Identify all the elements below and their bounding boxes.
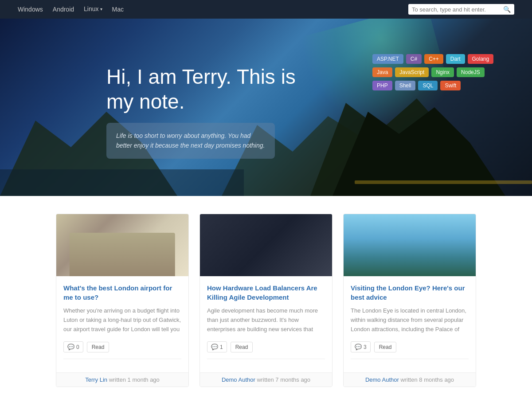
articles-grid: What's the best London airport for me to…	[53, 214, 479, 387]
article-footer: Demo Author written 8 months ago	[344, 372, 476, 387]
article-excerpt: The London Eye is located in central Lon…	[351, 306, 469, 335]
article-time: written 1 month ago	[107, 376, 160, 383]
hero-title: Hi, I am Terry. This is my note.	[106, 65, 297, 113]
tag-nginx[interactable]: Nginx	[431, 67, 454, 77]
tag-dart[interactable]: Dart	[446, 54, 465, 64]
comment-count: 0	[76, 344, 79, 350]
articles-section: What's the best London airport for me to…	[0, 196, 532, 399]
article-author-link[interactable]: Demo Author	[365, 376, 399, 383]
article-card: Visiting the London Eye? Here's our best…	[343, 214, 476, 387]
hero-quote: Life is too short to worry about anythin…	[106, 123, 275, 159]
search-icon: 🔍	[503, 6, 511, 13]
comment-count: 1	[220, 344, 223, 350]
article-image-0	[56, 214, 188, 276]
comment-icon: 💬	[211, 344, 218, 350]
svg-rect-4	[0, 169, 244, 196]
read-button[interactable]: Read	[231, 342, 253, 352]
comment-button[interactable]: 💬3	[351, 341, 371, 352]
read-button[interactable]: Read	[374, 342, 397, 352]
tag-swift[interactable]: Swift	[440, 81, 461, 90]
search-box[interactable]: 🔍	[408, 4, 514, 15]
nav-mac[interactable]: Mac	[112, 6, 124, 13]
article-time: written 7 months ago	[255, 376, 310, 383]
article-author-link[interactable]: Terry Lin	[85, 376, 107, 383]
navbar: Windows Android Linux ▾ Mac 🔍	[0, 0, 532, 19]
article-image-2	[344, 214, 476, 276]
article-excerpt: Agile development has become much more t…	[207, 306, 325, 335]
read-button[interactable]: Read	[87, 342, 110, 352]
tag-php[interactable]: PHP	[372, 81, 392, 90]
comment-button[interactable]: 💬1	[207, 341, 227, 352]
tags-area: ASP.NETC#C++DartGolangJavaJavaScriptNgin…	[372, 54, 505, 90]
article-author-link[interactable]: Demo Author	[222, 376, 255, 383]
nav-links: Windows Android Linux ▾ Mac	[18, 5, 408, 13]
nav-linux-dropdown[interactable]: Linux ▾	[84, 5, 102, 12]
article-footer: Demo Author written 7 months ago	[200, 372, 332, 387]
tag-javascript[interactable]: JavaScript	[395, 67, 429, 77]
tag-c-[interactable]: C#	[406, 54, 422, 64]
tag-c--[interactable]: C++	[424, 54, 443, 64]
tag-golang[interactable]: Golang	[468, 54, 494, 64]
tag-sql[interactable]: SQL	[418, 81, 438, 90]
article-card: How Hardware Load Balancers Are Killing …	[200, 214, 332, 387]
comment-icon: 💬	[67, 344, 74, 350]
article-footer: Terry Lin written 1 month ago	[56, 372, 188, 387]
hero-content: Hi, I am Terry. This is my note. Life is…	[0, 56, 297, 158]
comment-count: 3	[364, 344, 367, 350]
article-time: written 8 months ago	[399, 376, 454, 383]
tag-asp-net[interactable]: ASP.NET	[372, 54, 403, 64]
tag-nodejs[interactable]: NodeJS	[457, 67, 485, 77]
tag-java[interactable]: Java	[372, 67, 392, 77]
comment-icon: 💬	[355, 344, 362, 350]
comment-button[interactable]: 💬0	[63, 341, 83, 352]
nav-windows[interactable]: Windows	[18, 6, 43, 13]
article-title-link[interactable]: Visiting the London Eye? Here's our best…	[351, 284, 465, 301]
article-title-link[interactable]: What's the best London airport for me to…	[63, 284, 172, 301]
dropdown-arrow-icon: ▾	[100, 7, 102, 12]
article-excerpt: Whether you're arriving on a budget flig…	[63, 306, 181, 335]
nav-android[interactable]: Android	[53, 6, 74, 13]
svg-rect-5	[355, 180, 532, 184]
article-title-link[interactable]: How Hardware Load Balancers Are Killing …	[207, 284, 317, 301]
article-card: What's the best London airport for me to…	[56, 214, 189, 387]
article-image-1	[200, 214, 332, 276]
hero-section: Hi, I am Terry. This is my note. Life is…	[0, 19, 532, 196]
tag-shell[interactable]: Shell	[395, 81, 416, 90]
search-input[interactable]	[412, 6, 501, 13]
